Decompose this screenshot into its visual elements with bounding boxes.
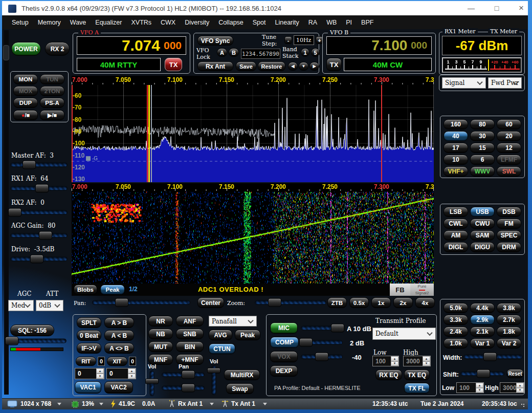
- dsp-mut[interactable]: MUT: [148, 341, 173, 352]
- menu-diversity[interactable]: Diversity: [180, 19, 214, 26]
- transmit-profile-select[interactable]: Default: [372, 328, 436, 340]
- filter-1-0k[interactable]: 1.0k: [444, 338, 468, 349]
- swap-button[interactable]: Swap: [226, 383, 254, 394]
- tx-filter-button[interactable]: TX FL: [404, 383, 430, 394]
- split-if-v[interactable]: IF->V: [77, 343, 101, 354]
- mic-gain-slider[interactable]: [301, 324, 343, 332]
- menu-pi[interactable]: PI: [341, 19, 357, 26]
- display-mode-select[interactable]: Panafall: [209, 316, 257, 327]
- band-20[interactable]: 20: [497, 131, 521, 141]
- vac2-button[interactable]: VAC2: [104, 381, 133, 394]
- rx1-pan-slider[interactable]: [162, 371, 205, 379]
- vfo-lock-b-button[interactable]: B: [229, 48, 239, 57]
- mode-dsb[interactable]: DSB: [497, 207, 521, 217]
- multirx-vol-slider[interactable]: [209, 365, 219, 395]
- vfo-lock-a-button[interactable]: A: [217, 48, 227, 57]
- toggle-2ton[interactable]: 2TON: [40, 86, 64, 96]
- rit-spinner[interactable]: 0▲▼: [75, 368, 104, 379]
- tx-low-spinner[interactable]: 100▲▼: [372, 356, 399, 366]
- filter-var-1[interactable]: Var 1: [470, 338, 495, 349]
- toggle-dup[interactable]: DUP: [13, 98, 38, 108]
- menu-memory[interactable]: Memory: [33, 19, 65, 26]
- tx-ant-caret-icon[interactable]: [263, 403, 267, 405]
- band-stack-5-button[interactable]: 5: [311, 48, 320, 57]
- menu-spot[interactable]: Spot: [248, 19, 271, 26]
- rx-meter-select[interactable]: Signal: [442, 77, 486, 89]
- rx2-af-slider[interactable]: [10, 208, 68, 217]
- band-60[interactable]: 60: [497, 119, 521, 129]
- vfo-a-tx-button[interactable]: TX: [165, 58, 182, 71]
- resize-grip[interactable]: [521, 403, 525, 407]
- center-button[interactable]: Center: [197, 297, 224, 308]
- agc-gain-slider[interactable]: [10, 231, 68, 240]
- band-15[interactable]: 15: [470, 143, 495, 153]
- rx1-af-slider[interactable]: [10, 184, 68, 193]
- dsp-nr[interactable]: NR: [148, 316, 173, 327]
- zoom-0-5x[interactable]: 0.5x: [349, 297, 369, 308]
- mode-sam[interactable]: SAM: [470, 230, 495, 241]
- band-80[interactable]: 80: [470, 119, 495, 129]
- filter-low-spinner[interactable]: 100▲▼: [456, 382, 484, 393]
- rit-button[interactable]: RIT: [76, 357, 96, 366]
- master-af-slider[interactable]: [10, 160, 68, 169]
- resolution-caret-icon[interactable]: [57, 403, 61, 405]
- mode-spec[interactable]: SPEC: [497, 230, 521, 241]
- band-lfmf[interactable]: LFMF: [497, 155, 521, 165]
- vfo-b-tx-button[interactable]: TX: [326, 58, 342, 71]
- panadapter-display[interactable]: [72, 76, 434, 182]
- band-12[interactable]: 12: [497, 143, 521, 153]
- filter-var-2[interactable]: Var 2: [497, 338, 521, 349]
- menu-setup[interactable]: Setup: [7, 19, 33, 26]
- dsp-bin[interactable]: BIN: [176, 341, 204, 352]
- cpu-usage-value[interactable]: 13%: [82, 398, 94, 409]
- multirx-button[interactable]: MultiRX: [224, 369, 260, 380]
- zoom-ztb[interactable]: ZTB: [327, 297, 347, 308]
- band-wwv[interactable]: WWV: [470, 166, 495, 177]
- collapse-handle[interactable]: [3, 45, 9, 60]
- filter-1-8k[interactable]: 1.8k: [497, 327, 521, 337]
- filter-3-3k[interactable]: 3.3k: [444, 315, 468, 325]
- menu-cwx[interactable]: CWX: [156, 19, 180, 26]
- filter-shift-reset-button[interactable]: Reset: [506, 369, 524, 378]
- split-0-beat[interactable]: 0 Beat: [77, 330, 101, 341]
- band-30[interactable]: 30: [470, 131, 495, 141]
- band-40[interactable]: 40: [444, 131, 468, 141]
- peak-hold-button[interactable]: Peak: [235, 330, 260, 340]
- split-a-b[interactable]: A > B: [104, 317, 134, 328]
- filter-2-1k[interactable]: 2.1k: [470, 327, 495, 337]
- zoom-1x[interactable]: 1x: [371, 297, 391, 308]
- dexp-button[interactable]: DEXP: [270, 365, 298, 377]
- fb-button[interactable]: FB: [390, 284, 410, 296]
- band-160[interactable]: 160: [444, 119, 468, 129]
- squelch-button[interactable]: SQL: -156: [10, 324, 54, 336]
- band-swl[interactable]: SWL: [497, 166, 521, 177]
- mode-cwl[interactable]: CWL: [444, 219, 468, 229]
- split-splt[interactable]: SPLT: [77, 317, 101, 328]
- toggle-ps-a[interactable]: PS-A: [40, 98, 64, 108]
- filter-width-slider[interactable]: [463, 352, 523, 361]
- vox-button[interactable]: VOX: [270, 351, 298, 362]
- menu-wave[interactable]: Wave: [65, 19, 91, 26]
- save-button[interactable]: Save: [236, 61, 256, 71]
- rx-ant-button[interactable]: Rx Ant: [197, 61, 233, 71]
- band-stack-1-button[interactable]: 1: [301, 48, 309, 57]
- rx-ant-caret-icon[interactable]: [210, 403, 214, 405]
- restore-button[interactable]: Restore: [258, 61, 285, 71]
- filter-2-7k[interactable]: 2.7k: [497, 315, 521, 325]
- xit-spinner[interactable]: 0▲▼: [106, 368, 136, 379]
- mode-lsb[interactable]: LSB: [444, 207, 468, 217]
- rx2-pan-slider[interactable]: [162, 384, 205, 392]
- band-prev-button[interactable]: ◀: [288, 62, 298, 71]
- split-a-b[interactable]: A <> B: [104, 343, 134, 354]
- mode-drm[interactable]: DRM: [497, 242, 521, 252]
- filter-shift-slider[interactable]: [460, 369, 504, 378]
- filter-2-9k[interactable]: 2.9k: [470, 315, 495, 325]
- resolution-value[interactable]: 1024 x 768: [20, 398, 51, 409]
- vfo-a-frequency-display[interactable]: 7.074 000: [77, 36, 186, 55]
- menu-collapse[interactable]: Collapse: [214, 19, 248, 26]
- att-select[interactable]: 0dB: [36, 300, 63, 311]
- agc-select[interactable]: Med: [8, 300, 34, 311]
- comp-button[interactable]: COMP: [270, 337, 299, 348]
- mode-digl[interactable]: DIGL: [444, 242, 468, 252]
- menu-linearity[interactable]: Linearity: [271, 19, 304, 26]
